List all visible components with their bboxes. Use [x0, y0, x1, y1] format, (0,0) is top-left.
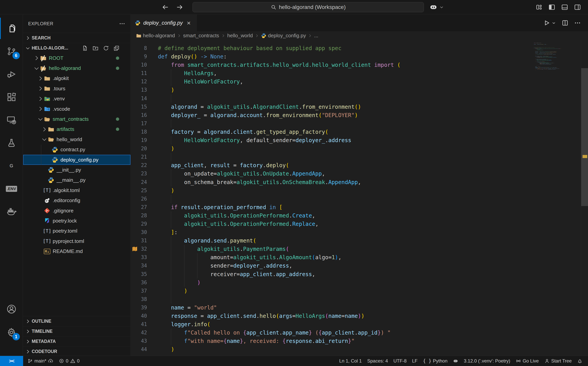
code-line[interactable]: 30 ]:	[131, 228, 588, 236]
tree-item--venv[interactable]: .venv	[23, 94, 130, 104]
chevron-right-icon[interactable]	[41, 126, 48, 133]
code-line[interactable]: 25 )	[131, 186, 588, 195]
code-line[interactable]: 10 from smart_contracts.artifacts.hello_…	[131, 61, 588, 69]
code-line[interactable]: 26	[131, 195, 588, 203]
activity-item-run-debug[interactable]	[0, 63, 23, 85]
code-line[interactable]: 21	[131, 153, 588, 161]
status-copilot[interactable]	[450, 358, 461, 364]
chevron-right-icon[interactable]	[37, 106, 44, 112]
tree-item-poetry-toml[interactable]: [T]poetry.toml	[23, 226, 130, 236]
activity-item-testing[interactable]	[0, 132, 23, 153]
code-line[interactable]: 36 )	[131, 278, 588, 287]
tree-item--algokit[interactable]: .algokit	[23, 73, 130, 84]
code-line[interactable]: 18 factory = algorand.client.get_typed_a…	[131, 128, 588, 136]
chevron-down-icon[interactable]	[37, 116, 44, 122]
code-line[interactable]: 38	[131, 295, 588, 304]
toggle-primary-sidebar-icon[interactable]	[548, 4, 555, 11]
tree-item--main-py[interactable]: __main__.py	[23, 175, 130, 185]
code-line[interactable]: 43 f"with name={name}, received: {respon…	[131, 337, 588, 345]
explorer-more-actions-icon[interactable]	[119, 20, 125, 27]
navigate-forward-icon[interactable]	[176, 3, 183, 11]
toggle-secondary-sidebar-icon[interactable]	[574, 4, 581, 11]
copilot-icon[interactable]	[429, 3, 437, 11]
activity-item-explorer[interactable]	[0, 18, 23, 39]
breadcrumb-item-hello-algorand[interactable]: hello-algorand	[136, 33, 175, 39]
status-branch[interactable]: main*	[25, 358, 56, 364]
status-encoding[interactable]: UTF-8	[391, 358, 409, 364]
code-line[interactable]: 40 response = app_client.send.hello(args…	[131, 312, 588, 320]
new-folder-icon[interactable]	[92, 45, 99, 51]
activity-item-source-control[interactable]: 6	[0, 41, 23, 62]
chevron-down-icon[interactable]	[439, 5, 444, 9]
code-line[interactable]: 32 algokit_utils.PaymentParams(	[131, 245, 588, 253]
section-codetour[interactable]: CODETOUR	[23, 346, 130, 356]
activity-item-settings[interactable]: 1	[0, 322, 23, 343]
status-notifications[interactable]	[574, 358, 585, 364]
section-search[interactable]: SEARCH	[23, 33, 130, 43]
tree-item-readme-md[interactable]: M↓README.md	[23, 246, 130, 256]
code-line[interactable]: 20 )	[131, 145, 588, 153]
activity-item-gitlens[interactable]: G	[0, 155, 23, 176]
status-eol[interactable]: LF	[409, 358, 420, 364]
chevron-right-icon[interactable]	[37, 85, 44, 92]
code-line[interactable]: 31 algorand.send.payment(	[131, 236, 588, 245]
code-line[interactable]: 22 app_client, result = factory.deploy(	[131, 161, 588, 169]
tree-item--vscode[interactable]: .vscode	[23, 104, 130, 114]
code-line[interactable]: 42 f"Called hello on {app_client.app_nam…	[131, 328, 588, 337]
code-line[interactable]: 24 on_schema_break=algokit_utils.OnSchem…	[131, 178, 588, 186]
collapse-all-icon[interactable]	[113, 45, 119, 51]
activity-item-accounts[interactable]	[0, 298, 23, 320]
code-line[interactable]: 13 )	[131, 86, 588, 94]
tree-item-root[interactable]: ROOT	[23, 53, 130, 63]
chevron-down-icon[interactable]	[41, 136, 48, 143]
code-line[interactable]: 8# define deployment behaviour based on …	[131, 44, 588, 53]
refresh-icon[interactable]	[103, 45, 109, 51]
code-line[interactable]: 9def deploy() -> None:	[131, 53, 588, 61]
code-line[interactable]: 37 )	[131, 287, 588, 295]
activity-item-dotenv[interactable]: .ENV	[0, 178, 23, 199]
status-indentation[interactable]: Spaces: 4	[364, 358, 391, 364]
minimap[interactable]: import algokit_utilslogger = logging.get…	[534, 43, 581, 190]
tree-item--init-py[interactable]: __init__.py	[23, 165, 130, 175]
tree-item-pyproject-toml[interactable]: [T]pyproject.toml	[23, 236, 130, 246]
customize-layout-icon[interactable]	[535, 4, 542, 11]
status-language-mode[interactable]: { }Python	[420, 358, 450, 364]
code-line[interactable]: 27 if result.operation_performed in [	[131, 203, 588, 212]
tree-item-hello-algorand[interactable]: hello-algorand	[23, 63, 130, 73]
code-line[interactable]: 11 HelloArgs,	[131, 69, 588, 77]
toggle-panel-icon[interactable]	[561, 4, 568, 11]
breadcrumb-item-hello-world[interactable]: hello_world	[227, 33, 253, 39]
code-line[interactable]: 33 amount=algokit_utils.AlgoAmount(algo=…	[131, 253, 588, 261]
tree-item--tours[interactable]: .tours	[23, 84, 130, 94]
activity-item-extensions[interactable]	[0, 86, 23, 108]
code-line[interactable]: 34 sender=deployer_.address,	[131, 261, 588, 270]
close-tab-icon[interactable]: ×	[185, 20, 192, 26]
tree-item-deploy-config-py[interactable]: deploy_config.py	[23, 155, 130, 165]
section-outline[interactable]: OUTLINE	[23, 316, 130, 326]
code-line[interactable]: 14	[131, 94, 588, 103]
remote-indicator[interactable]: ><	[0, 356, 23, 366]
split-editor-icon[interactable]	[562, 19, 569, 26]
tree-item--gitignore[interactable]: .gitignore	[23, 206, 130, 216]
activity-item-docker[interactable]	[0, 201, 23, 222]
section-timeline[interactable]: TIMELINE	[23, 326, 130, 336]
status-go-live[interactable]: Go Live	[513, 358, 541, 364]
code-line[interactable]: 44 )	[131, 345, 588, 354]
code-line[interactable]: 19 HelloWorldFactory, default_sender=dep…	[131, 136, 588, 145]
breadcrumb-item-smart-contracts[interactable]: smart_contracts	[183, 33, 219, 39]
scrollbar-thumb[interactable]	[581, 68, 588, 206]
status-problems[interactable]: 00	[56, 358, 82, 364]
tree-item-poetry-lock[interactable]: poetry.lock	[23, 216, 130, 226]
code-line[interactable]: 28 algokit_utils.OperationPerformed.Crea…	[131, 212, 588, 220]
chevron-right-icon[interactable]	[37, 96, 44, 102]
code-line[interactable]: 17	[131, 119, 588, 128]
breadcrumb-item--[interactable]: ...	[314, 33, 318, 39]
status-python-interpreter[interactable]: 3.12.0 ('.venv': Poetry)	[461, 358, 513, 364]
run-options-chevron-icon[interactable]	[551, 21, 556, 25]
tree-item-contract-py[interactable]: contract.py	[23, 145, 130, 155]
tree-item--algokit-toml[interactable]: [T].algokit.toml	[23, 185, 130, 195]
status-cursor-position[interactable]: Ln 1, Col 1	[336, 358, 364, 364]
section-metadata[interactable]: METADATA	[23, 336, 130, 346]
section-workspace[interactable]: HELLO-ALGOR...	[23, 43, 130, 53]
code-line[interactable]: 15 algorand = algokit_utils.AlgorandClie…	[131, 103, 588, 111]
